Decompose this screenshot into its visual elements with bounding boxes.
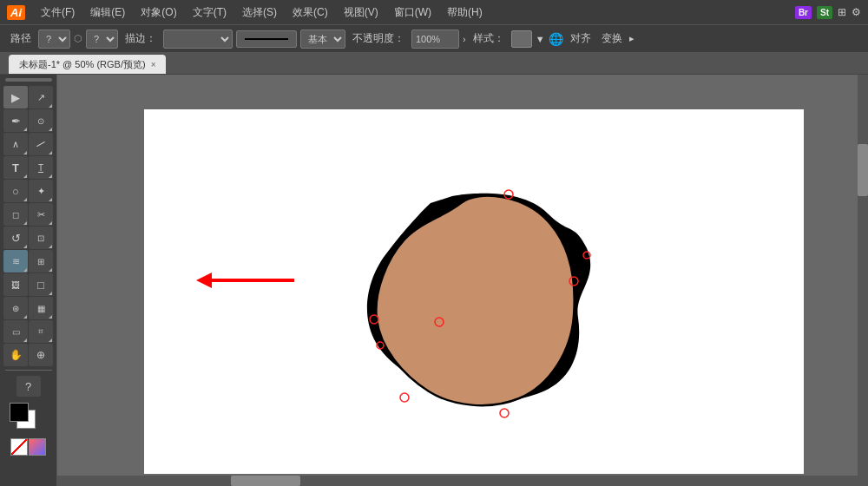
opacity-arrow[interactable]: › bbox=[463, 34, 466, 44]
gradient-swatch[interactable] bbox=[29, 438, 46, 456]
hand-icon: ✋ bbox=[10, 349, 23, 361]
align-label[interactable]: 对齐 bbox=[567, 31, 595, 46]
style-arrow[interactable]: ▼ bbox=[536, 34, 545, 44]
path-option-select[interactable]: ? bbox=[86, 30, 118, 49]
scale-tool[interactable]: ⊞ bbox=[29, 250, 53, 273]
style-preview[interactable] bbox=[511, 30, 532, 48]
foreground-color-swatch[interactable] bbox=[10, 403, 29, 422]
anchor-icon: ∧ bbox=[12, 139, 19, 150]
no-fill-swatch[interactable] bbox=[10, 438, 28, 456]
sub-indicator bbox=[49, 292, 52, 295]
layout-icon[interactable]: ⊞ bbox=[838, 6, 846, 18]
scissors-tool[interactable]: ✂ bbox=[29, 203, 53, 226]
menu-view[interactable]: 视图(V) bbox=[339, 3, 384, 22]
menu-effect[interactable]: 效果(C) bbox=[287, 3, 333, 22]
sub-indicator bbox=[49, 174, 52, 178]
transform-tool[interactable]: ⊡ bbox=[29, 227, 53, 249]
eraser-icon: ◻ bbox=[12, 210, 19, 220]
stroke-type-select[interactable]: 基本 bbox=[300, 30, 345, 49]
stroke-line bbox=[245, 38, 288, 40]
eraser-tool[interactable]: ◻ bbox=[3, 203, 28, 226]
rectangle-icon: □ bbox=[37, 279, 44, 292]
horizontal-scrollbar[interactable] bbox=[57, 476, 868, 486]
hand-tool[interactable]: ✋ bbox=[3, 344, 28, 366]
pen-icon: ✒ bbox=[11, 115, 21, 128]
ellipse-tool[interactable]: ○ bbox=[3, 180, 28, 202]
menu-help[interactable]: 帮助(H) bbox=[442, 3, 488, 22]
red-arrow-indicator bbox=[196, 273, 294, 288]
slice-icon: ⌗ bbox=[38, 326, 43, 337]
path-type-select[interactable]: ? bbox=[38, 30, 70, 49]
tool-separator bbox=[5, 370, 52, 371]
menu-select[interactable]: 选择(S) bbox=[237, 3, 282, 22]
pen-tool[interactable]: ✒ bbox=[3, 109, 28, 132]
scale-icon: ⊞ bbox=[37, 257, 44, 266]
stroke-select[interactable] bbox=[163, 30, 233, 49]
slice-tool[interactable]: ⌗ bbox=[29, 320, 53, 343]
shape-svg[interactable] bbox=[318, 179, 613, 430]
blob-brush-tool[interactable]: ⊙ bbox=[29, 109, 53, 132]
tab-close-button[interactable]: × bbox=[151, 60, 156, 69]
white-canvas bbox=[144, 109, 804, 474]
symbol-sprayer-tool[interactable]: ⊛ bbox=[3, 297, 28, 319]
blob-icon: ⊙ bbox=[37, 116, 44, 126]
anchor-tool[interactable]: ∧ bbox=[3, 133, 28, 155]
artboard-tool[interactable]: ▭ bbox=[3, 320, 28, 343]
sub-indicator bbox=[23, 128, 27, 131]
image-tool[interactable]: 🖼 bbox=[3, 273, 28, 296]
transform-icon: ⊡ bbox=[37, 233, 44, 243]
type-tool[interactable]: T bbox=[3, 156, 28, 179]
rotate-icon: ↺ bbox=[11, 232, 21, 245]
path-label: 路径 bbox=[7, 31, 35, 46]
line-icon: / bbox=[35, 138, 47, 150]
sub-indicator bbox=[23, 174, 27, 178]
path-icon: ⬡ bbox=[74, 33, 82, 44]
menu-file[interactable]: 文件(F) bbox=[36, 3, 80, 22]
settings-icon[interactable]: ⚙ bbox=[852, 6, 861, 18]
graph-icon: ▦ bbox=[37, 304, 45, 313]
opacity-input[interactable] bbox=[411, 30, 459, 49]
graph-tool[interactable]: ▦ bbox=[29, 297, 53, 319]
globe-icon[interactable]: 🌐 bbox=[549, 32, 563, 46]
menu-object[interactable]: 对象(O) bbox=[135, 3, 181, 22]
no-fill-indicator bbox=[11, 439, 27, 455]
control-point-bottom-left bbox=[400, 393, 409, 402]
symbol-icon: ⊛ bbox=[12, 304, 19, 313]
document-tab[interactable]: 未标题-1* @ 50% (RGB/预览) × bbox=[9, 55, 166, 74]
tool-row-5: ○ ✦ bbox=[3, 180, 53, 202]
menu-edit[interactable]: 编辑(E) bbox=[85, 3, 130, 22]
type-icon: T bbox=[12, 161, 19, 174]
tool-row-2: ✒ ⊙ bbox=[3, 109, 53, 132]
stock-icon[interactable]: St bbox=[817, 6, 832, 19]
question-section: ? bbox=[16, 376, 41, 397]
bridge-icon[interactable]: Br bbox=[795, 6, 812, 19]
touch-type-tool[interactable]: T bbox=[29, 156, 53, 179]
menu-text[interactable]: 文字(T) bbox=[187, 3, 232, 22]
brush-tool[interactable]: ✦ bbox=[29, 180, 53, 202]
title-bar: Ai 文件(F) 编辑(E) 对象(O) 文字(T) 选择(S) 效果(C) 视… bbox=[0, 0, 868, 24]
sub-indicator bbox=[23, 151, 27, 154]
warp-tool[interactable]: ≋ bbox=[3, 250, 28, 273]
h-scroll-thumb[interactable] bbox=[231, 476, 300, 486]
menu-window[interactable]: 窗口(W) bbox=[389, 3, 437, 22]
v-scroll-thumb[interactable] bbox=[858, 144, 868, 196]
selection-tool[interactable]: ▶ bbox=[3, 86, 28, 108]
line-tool[interactable]: / bbox=[29, 133, 53, 155]
sub-indicator bbox=[23, 338, 27, 342]
rectangle-tool[interactable]: □ bbox=[29, 273, 53, 296]
tool-row-4: T T bbox=[3, 156, 53, 179]
rotate-tool[interactable]: ↺ bbox=[3, 227, 28, 249]
direct-select-icon: ↗ bbox=[37, 92, 45, 103]
direct-selection-tool[interactable]: ↗ bbox=[29, 86, 53, 108]
sub-indicator bbox=[23, 268, 27, 272]
transform-label[interactable]: 变换 bbox=[598, 31, 626, 46]
sub-indicator bbox=[49, 221, 52, 225]
arrow-head-left bbox=[196, 273, 212, 288]
zoom-tool[interactable]: ⊕ bbox=[29, 344, 53, 366]
canvas-area[interactable] bbox=[57, 75, 868, 486]
help-button[interactable]: ? bbox=[16, 376, 41, 397]
tool-row-10: ⊛ ▦ bbox=[3, 297, 53, 319]
tab-bar: 未标题-1* @ 50% (RGB/预览) × bbox=[0, 52, 868, 75]
vertical-scrollbar[interactable] bbox=[858, 75, 868, 476]
color-swatches bbox=[10, 403, 48, 434]
